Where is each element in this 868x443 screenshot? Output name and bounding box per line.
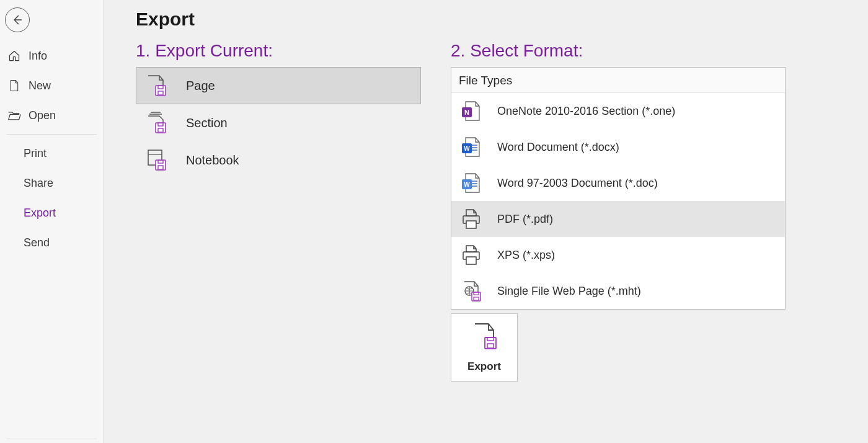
sidebar-item-share[interactable]: Share (0, 168, 103, 198)
sidebar-item-info[interactable]: Info (0, 41, 103, 71)
file-types-header: File Types (451, 68, 785, 93)
format-label: XPS (*.xps) (497, 249, 555, 262)
svg-rect-0 (156, 86, 166, 96)
export-button-label: Export (467, 360, 501, 373)
sidebar-item-print[interactable]: Print (0, 138, 103, 168)
format-xps[interactable]: XPS (*.xps) (451, 237, 785, 273)
format-word-doc[interactable]: W Word 97-2003 Document (*.doc) (451, 165, 785, 201)
page-save-icon (145, 74, 167, 97)
section-heading-export-current: 1. Export Current: (136, 41, 421, 61)
format-panel: File Types N OneNote 2010-2016 Section (… (451, 67, 786, 310)
format-label: Word Document (*.docx) (497, 141, 619, 154)
sidebar-item-new[interactable]: New (0, 71, 103, 101)
format-pdf[interactable]: PDF (*.pdf) (451, 201, 785, 237)
svg-rect-26 (466, 257, 476, 264)
sidebar-item-label: Info (29, 50, 47, 63)
format-mht[interactable]: Single File Web Page (*.mht) (451, 273, 785, 309)
svg-text:W: W (464, 145, 470, 152)
home-icon (7, 49, 21, 63)
section-save-icon (145, 112, 167, 134)
back-button[interactable] (5, 7, 30, 32)
web-page-save-icon (459, 279, 482, 303)
sidebar-item-export[interactable]: Export (0, 198, 103, 228)
svg-rect-28 (472, 292, 480, 301)
option-label: Notebook (186, 153, 239, 168)
arrow-left-icon (11, 14, 24, 26)
export-current-page[interactable]: Page (136, 67, 421, 104)
export-current-list: Page Section (136, 67, 421, 179)
sidebar-separator (6, 134, 97, 135)
sidebar-item-label: New (29, 79, 51, 92)
export-current-section[interactable]: Section (136, 104, 421, 141)
export-save-icon (471, 323, 497, 353)
svg-rect-31 (485, 338, 496, 349)
word-file-icon: W (459, 135, 482, 159)
select-format-column: 2. Select Format: File Types N OneNote 2… (451, 41, 786, 382)
sidebar-item-label: Export (24, 207, 56, 220)
printer-icon (459, 243, 482, 267)
sidebar-item-send[interactable]: Send (0, 228, 103, 257)
format-label: Word 97-2003 Document (*.doc) (497, 177, 658, 190)
sidebar-item-open[interactable]: Open (0, 101, 103, 130)
format-label: Single File Web Page (*.mht) (497, 285, 641, 298)
svg-rect-8 (156, 160, 166, 170)
page-title: Export (136, 9, 868, 30)
sidebar-bottom-separator (6, 439, 97, 439)
format-label: OneNote 2010-2016 Section (*.one) (497, 105, 675, 118)
sidebar-item-label: Share (24, 177, 53, 190)
printer-icon (459, 207, 482, 231)
sidebar-item-label: Open (29, 109, 56, 122)
export-button[interactable]: Export (451, 313, 518, 382)
svg-text:W: W (464, 181, 470, 188)
export-current-column: 1. Export Current: Page (136, 41, 421, 179)
format-label: PDF (*.pdf) (497, 213, 553, 226)
sidebar-item-label: Send (24, 236, 50, 249)
option-label: Section (186, 116, 228, 130)
export-current-notebook[interactable]: Notebook (136, 141, 421, 179)
svg-text:N: N (464, 109, 469, 116)
option-label: Page (186, 79, 215, 93)
notebook-save-icon (145, 149, 167, 171)
backstage-sidebar: Info New Open Print Share Export Send (0, 0, 104, 443)
document-icon (7, 79, 21, 92)
main-content: Export 1. Export Current: (104, 0, 868, 443)
folder-open-icon (7, 109, 21, 122)
sidebar-item-label: Print (24, 147, 46, 160)
format-onenote-section[interactable]: N OneNote 2010-2016 Section (*.one) (451, 93, 785, 129)
section-heading-select-format: 2. Select Format: (451, 41, 786, 61)
format-word-docx[interactable]: W Word Document (*.docx) (451, 129, 785, 165)
svg-rect-3 (156, 123, 166, 133)
onenote-file-icon: N (459, 99, 482, 123)
svg-rect-24 (466, 221, 476, 228)
word-legacy-file-icon: W (459, 171, 482, 195)
